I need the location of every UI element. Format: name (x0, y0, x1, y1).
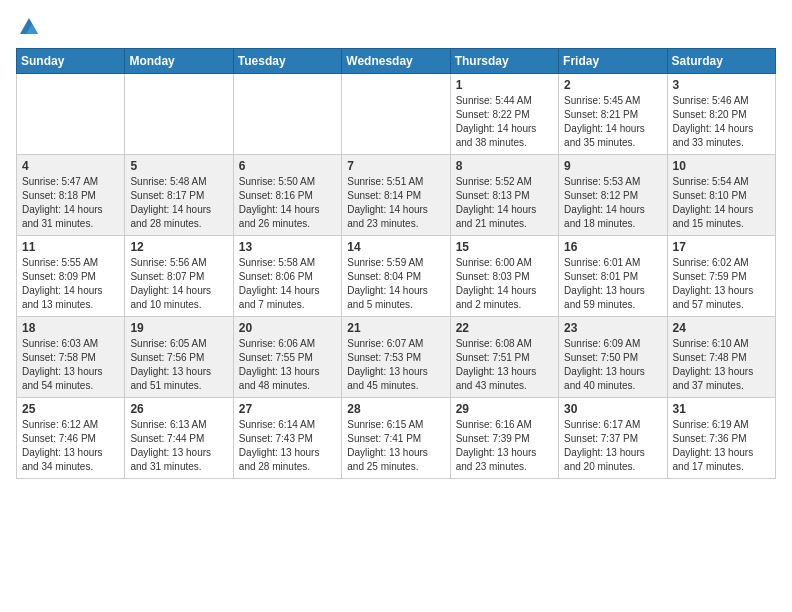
day-info: Sunrise: 5:51 AM Sunset: 8:14 PM Dayligh… (347, 175, 444, 231)
day-info: Sunrise: 6:05 AM Sunset: 7:56 PM Dayligh… (130, 337, 227, 393)
day-number: 3 (673, 78, 770, 92)
day-of-week-header: Tuesday (233, 49, 341, 74)
day-number: 4 (22, 159, 119, 173)
day-number: 19 (130, 321, 227, 335)
day-info: Sunrise: 5:45 AM Sunset: 8:21 PM Dayligh… (564, 94, 661, 150)
day-info: Sunrise: 6:14 AM Sunset: 7:43 PM Dayligh… (239, 418, 336, 474)
calendar-cell: 3Sunrise: 5:46 AM Sunset: 8:20 PM Daylig… (667, 74, 775, 155)
day-number: 17 (673, 240, 770, 254)
day-info: Sunrise: 5:46 AM Sunset: 8:20 PM Dayligh… (673, 94, 770, 150)
calendar-cell: 15Sunrise: 6:00 AM Sunset: 8:03 PM Dayli… (450, 236, 558, 317)
day-number: 21 (347, 321, 444, 335)
calendar-cell (342, 74, 450, 155)
day-of-week-header: Saturday (667, 49, 775, 74)
calendar-cell: 21Sunrise: 6:07 AM Sunset: 7:53 PM Dayli… (342, 317, 450, 398)
calendar-cell: 14Sunrise: 5:59 AM Sunset: 8:04 PM Dayli… (342, 236, 450, 317)
calendar-cell: 22Sunrise: 6:08 AM Sunset: 7:51 PM Dayli… (450, 317, 558, 398)
day-info: Sunrise: 5:54 AM Sunset: 8:10 PM Dayligh… (673, 175, 770, 231)
calendar-cell: 9Sunrise: 5:53 AM Sunset: 8:12 PM Daylig… (559, 155, 667, 236)
day-info: Sunrise: 5:53 AM Sunset: 8:12 PM Dayligh… (564, 175, 661, 231)
calendar-cell: 11Sunrise: 5:55 AM Sunset: 8:09 PM Dayli… (17, 236, 125, 317)
day-number: 11 (22, 240, 119, 254)
day-info: Sunrise: 5:48 AM Sunset: 8:17 PM Dayligh… (130, 175, 227, 231)
day-info: Sunrise: 6:00 AM Sunset: 8:03 PM Dayligh… (456, 256, 553, 312)
day-info: Sunrise: 5:59 AM Sunset: 8:04 PM Dayligh… (347, 256, 444, 312)
day-of-week-header: Sunday (17, 49, 125, 74)
day-info: Sunrise: 6:10 AM Sunset: 7:48 PM Dayligh… (673, 337, 770, 393)
day-number: 30 (564, 402, 661, 416)
day-number: 31 (673, 402, 770, 416)
day-number: 18 (22, 321, 119, 335)
calendar-week-row: 18Sunrise: 6:03 AM Sunset: 7:58 PM Dayli… (17, 317, 776, 398)
day-number: 15 (456, 240, 553, 254)
day-info: Sunrise: 5:44 AM Sunset: 8:22 PM Dayligh… (456, 94, 553, 150)
calendar-table: SundayMondayTuesdayWednesdayThursdayFrid… (16, 48, 776, 479)
day-info: Sunrise: 5:50 AM Sunset: 8:16 PM Dayligh… (239, 175, 336, 231)
calendar-cell: 5Sunrise: 5:48 AM Sunset: 8:17 PM Daylig… (125, 155, 233, 236)
day-of-week-header: Thursday (450, 49, 558, 74)
day-number: 25 (22, 402, 119, 416)
day-info: Sunrise: 6:06 AM Sunset: 7:55 PM Dayligh… (239, 337, 336, 393)
day-number: 10 (673, 159, 770, 173)
day-info: Sunrise: 6:09 AM Sunset: 7:50 PM Dayligh… (564, 337, 661, 393)
logo-icon (18, 16, 40, 38)
calendar-cell: 8Sunrise: 5:52 AM Sunset: 8:13 PM Daylig… (450, 155, 558, 236)
calendar-cell: 28Sunrise: 6:15 AM Sunset: 7:41 PM Dayli… (342, 398, 450, 479)
day-number: 26 (130, 402, 227, 416)
calendar-cell: 2Sunrise: 5:45 AM Sunset: 8:21 PM Daylig… (559, 74, 667, 155)
calendar-cell: 13Sunrise: 5:58 AM Sunset: 8:06 PM Dayli… (233, 236, 341, 317)
day-number: 20 (239, 321, 336, 335)
calendar-cell: 12Sunrise: 5:56 AM Sunset: 8:07 PM Dayli… (125, 236, 233, 317)
calendar-week-row: 1Sunrise: 5:44 AM Sunset: 8:22 PM Daylig… (17, 74, 776, 155)
calendar-cell: 26Sunrise: 6:13 AM Sunset: 7:44 PM Dayli… (125, 398, 233, 479)
day-info: Sunrise: 6:16 AM Sunset: 7:39 PM Dayligh… (456, 418, 553, 474)
calendar-cell: 19Sunrise: 6:05 AM Sunset: 7:56 PM Dayli… (125, 317, 233, 398)
day-info: Sunrise: 6:17 AM Sunset: 7:37 PM Dayligh… (564, 418, 661, 474)
day-number: 2 (564, 78, 661, 92)
calendar-cell: 6Sunrise: 5:50 AM Sunset: 8:16 PM Daylig… (233, 155, 341, 236)
calendar-cell: 18Sunrise: 6:03 AM Sunset: 7:58 PM Dayli… (17, 317, 125, 398)
calendar-cell: 7Sunrise: 5:51 AM Sunset: 8:14 PM Daylig… (342, 155, 450, 236)
day-info: Sunrise: 6:02 AM Sunset: 7:59 PM Dayligh… (673, 256, 770, 312)
day-info: Sunrise: 5:58 AM Sunset: 8:06 PM Dayligh… (239, 256, 336, 312)
day-info: Sunrise: 6:03 AM Sunset: 7:58 PM Dayligh… (22, 337, 119, 393)
day-info: Sunrise: 5:47 AM Sunset: 8:18 PM Dayligh… (22, 175, 119, 231)
calendar-cell: 1Sunrise: 5:44 AM Sunset: 8:22 PM Daylig… (450, 74, 558, 155)
calendar-cell: 17Sunrise: 6:02 AM Sunset: 7:59 PM Dayli… (667, 236, 775, 317)
day-info: Sunrise: 6:01 AM Sunset: 8:01 PM Dayligh… (564, 256, 661, 312)
day-number: 22 (456, 321, 553, 335)
day-info: Sunrise: 5:55 AM Sunset: 8:09 PM Dayligh… (22, 256, 119, 312)
calendar-week-row: 4Sunrise: 5:47 AM Sunset: 8:18 PM Daylig… (17, 155, 776, 236)
day-of-week-header: Friday (559, 49, 667, 74)
calendar-cell: 25Sunrise: 6:12 AM Sunset: 7:46 PM Dayli… (17, 398, 125, 479)
day-info: Sunrise: 6:19 AM Sunset: 7:36 PM Dayligh… (673, 418, 770, 474)
calendar-cell: 4Sunrise: 5:47 AM Sunset: 8:18 PM Daylig… (17, 155, 125, 236)
day-info: Sunrise: 6:07 AM Sunset: 7:53 PM Dayligh… (347, 337, 444, 393)
calendar-header-row: SundayMondayTuesdayWednesdayThursdayFrid… (17, 49, 776, 74)
calendar-cell: 30Sunrise: 6:17 AM Sunset: 7:37 PM Dayli… (559, 398, 667, 479)
day-number: 29 (456, 402, 553, 416)
day-number: 1 (456, 78, 553, 92)
day-of-week-header: Wednesday (342, 49, 450, 74)
day-info: Sunrise: 5:52 AM Sunset: 8:13 PM Dayligh… (456, 175, 553, 231)
day-of-week-header: Monday (125, 49, 233, 74)
calendar-cell: 24Sunrise: 6:10 AM Sunset: 7:48 PM Dayli… (667, 317, 775, 398)
calendar-cell (233, 74, 341, 155)
day-number: 16 (564, 240, 661, 254)
day-info: Sunrise: 6:12 AM Sunset: 7:46 PM Dayligh… (22, 418, 119, 474)
calendar-cell: 20Sunrise: 6:06 AM Sunset: 7:55 PM Dayli… (233, 317, 341, 398)
day-number: 13 (239, 240, 336, 254)
calendar-cell (17, 74, 125, 155)
day-number: 5 (130, 159, 227, 173)
page-header (16, 16, 776, 38)
calendar-cell: 23Sunrise: 6:09 AM Sunset: 7:50 PM Dayli… (559, 317, 667, 398)
day-info: Sunrise: 6:15 AM Sunset: 7:41 PM Dayligh… (347, 418, 444, 474)
day-info: Sunrise: 5:56 AM Sunset: 8:07 PM Dayligh… (130, 256, 227, 312)
calendar-cell: 31Sunrise: 6:19 AM Sunset: 7:36 PM Dayli… (667, 398, 775, 479)
calendar-cell: 29Sunrise: 6:16 AM Sunset: 7:39 PM Dayli… (450, 398, 558, 479)
calendar-cell (125, 74, 233, 155)
calendar-cell: 16Sunrise: 6:01 AM Sunset: 8:01 PM Dayli… (559, 236, 667, 317)
day-number: 6 (239, 159, 336, 173)
day-number: 9 (564, 159, 661, 173)
calendar-week-row: 11Sunrise: 5:55 AM Sunset: 8:09 PM Dayli… (17, 236, 776, 317)
